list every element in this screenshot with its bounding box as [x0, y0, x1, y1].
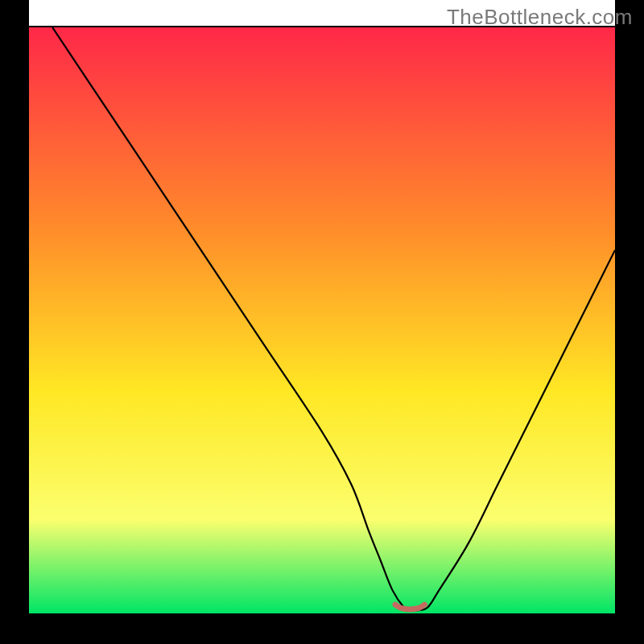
- chart-container: TheBottleneck.com: [0, 0, 644, 644]
- bottleneck-chart: [0, 0, 644, 644]
- frame-right: [615, 0, 644, 644]
- watermark-text: TheBottleneck.com: [447, 5, 633, 30]
- frame-bottom: [0, 613, 644, 644]
- frame-left: [0, 0, 29, 644]
- plot-background: [29, 27, 615, 613]
